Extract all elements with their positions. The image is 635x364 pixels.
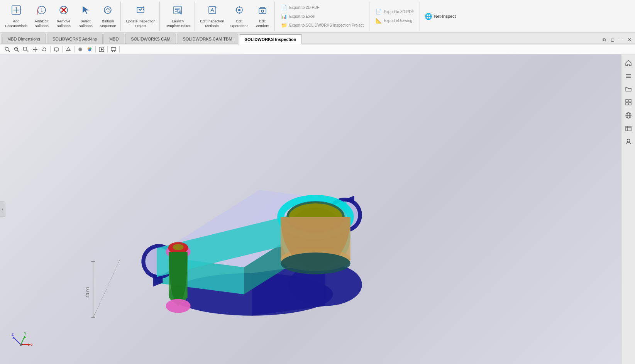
tab-solidworks-cam[interactable]: SOLIDWORKS CAM <box>125 34 176 44</box>
svg-rect-95 <box>626 103 628 105</box>
export-edrawing-item[interactable]: 📐 Export eDrawing <box>374 17 415 24</box>
export-edrawing-label: Export eDrawing <box>384 19 412 23</box>
svg-point-74 <box>166 299 191 313</box>
update-inspection-project-button[interactable]: Update Inspection Project <box>123 2 158 30</box>
edit-operations-icon <box>234 5 245 18</box>
svg-text:1: 1 <box>41 8 43 12</box>
view-separator-2 <box>62 46 63 52</box>
edit-vendors-icon <box>257 5 268 18</box>
remove-balloons-button[interactable]: Remove Balloons <box>53 2 74 30</box>
export-excel-item[interactable]: 📊 Export to Excel <box>279 13 365 20</box>
net-inspect-button[interactable]: 🌐 Net-Inspect <box>421 2 460 31</box>
template-group: Launch Template Editor <box>161 2 195 31</box>
svg-text:40.00: 40.00 <box>85 287 90 298</box>
svg-rect-94 <box>629 100 631 102</box>
view-btn-monitor[interactable] <box>109 46 118 53</box>
tab-solidworks-cam-tbm[interactable]: SOLIDWORKS CAM TBM <box>177 34 238 44</box>
left-panel-toggle[interactable]: › <box>0 201 5 217</box>
model-canvas[interactable]: 40.00 <box>0 54 635 364</box>
view-btn-search[interactable] <box>3 46 12 53</box>
svg-point-103 <box>627 139 630 142</box>
view-btn-pan[interactable] <box>31 46 39 53</box>
view-btn-display[interactable] <box>52 46 61 53</box>
view-btn-zoom-plus[interactable] <box>12 46 21 53</box>
view-btn-zoom-box[interactable] <box>22 46 30 53</box>
svg-point-17 <box>177 10 180 13</box>
export-excel-label: Export to Excel <box>289 14 315 19</box>
tab-window-controls: ⧉ ◻ — ✕ <box>600 36 635 44</box>
add-edit-balloons-icon: 1 <box>36 5 47 18</box>
svg-point-42 <box>88 49 91 51</box>
svg-rect-18 <box>209 7 216 14</box>
view-btn-perspective[interactable] <box>64 46 73 53</box>
svg-marker-35 <box>36 49 37 50</box>
tab-bar: MBD Dimensions SOLIDWORKS Add-Ins MBD SO… <box>0 33 635 44</box>
export-2d-pdf-item[interactable]: 📄 Export to 2D PDF <box>279 4 365 11</box>
rp-home-icon[interactable] <box>623 58 634 68</box>
export-right-group: 📄 Export to 3D PDF 📐 Export eDrawing <box>370 2 420 31</box>
add-edit-balloons-button[interactable]: 1 Add/Edit Balloons <box>31 2 52 30</box>
select-balloons-label: Select Balloons <box>78 19 92 28</box>
view-btn-color[interactable] <box>85 46 94 53</box>
svg-point-89 <box>20 344 22 346</box>
svg-rect-96 <box>629 103 631 105</box>
rp-table-icon[interactable] <box>623 123 634 134</box>
balloon-sequence-label: Balloon Sequence <box>100 19 116 28</box>
export-solidworks-icon: 📁 <box>281 22 287 28</box>
net-inspect-icon: 🌐 <box>425 13 432 20</box>
export-2d-pdf-icon: 📄 <box>281 5 287 10</box>
edit-vendors-button[interactable]: Edit Vendors <box>252 2 273 30</box>
add-edit-balloons-label: Add/Edit Balloons <box>34 19 48 28</box>
export-solidworks-item[interactable]: 📁 Export to SOLIDWORKS Inspection Projec… <box>279 22 365 29</box>
select-balloons-icon <box>80 5 91 18</box>
rp-globe-icon[interactable] <box>623 110 634 121</box>
add-characteristic-icon <box>11 5 22 18</box>
svg-rect-45 <box>111 47 116 51</box>
balloon-sequence-button[interactable]: 1→2 Balloon Sequence <box>97 2 119 30</box>
tab-solidworks-addins[interactable]: SOLIDWORKS Add-Ins <box>47 34 103 44</box>
svg-line-29 <box>17 50 19 52</box>
svg-text:1→2: 1→2 <box>105 10 111 13</box>
svg-marker-36 <box>42 49 44 51</box>
view-separator-5 <box>107 46 108 52</box>
restore-down-control[interactable]: ⧉ <box>600 36 608 44</box>
minimize-tab-control[interactable]: — <box>617 36 625 44</box>
tab-solidworks-inspection[interactable]: SOLIDWORKS Inspection <box>239 34 302 44</box>
export-edrawing-icon: 📐 <box>376 18 382 24</box>
export-3d-pdf-item[interactable]: 📄 Export to 3D PDF <box>374 8 415 15</box>
svg-line-80 <box>13 337 21 345</box>
axis-indicator: Z X Y <box>9 329 32 352</box>
view-separator-6 <box>119 46 120 52</box>
maximize-control[interactable]: ◻ <box>609 36 616 44</box>
view-separator-3 <box>74 46 75 52</box>
svg-marker-32 <box>35 47 36 48</box>
rp-person-icon[interactable] <box>623 136 634 147</box>
view-btn-rotate[interactable] <box>40 46 49 53</box>
3d-viewport: 40.00 Z X Y › <box>0 54 635 364</box>
svg-line-75 <box>93 259 120 317</box>
rp-grid-icon[interactable] <box>623 97 634 108</box>
svg-line-31 <box>27 50 28 52</box>
view-separator-1 <box>50 46 51 52</box>
svg-marker-33 <box>35 51 36 52</box>
edit-inspection-methods-icon <box>207 5 218 18</box>
launch-template-editor-button[interactable]: Launch Template Editor <box>162 2 193 30</box>
main-toolbar: Add Characteristic 1 Add/Edit Balloons R… <box>0 0 635 33</box>
rp-folder-icon[interactable] <box>623 84 634 95</box>
view-toolbar <box>0 44 635 54</box>
edit-inspection-methods-button[interactable]: Edit Inspection Methods <box>197 2 227 30</box>
export-3d-pdf-icon: 📄 <box>376 9 382 15</box>
svg-text:Y: Y <box>24 332 26 335</box>
tab-mbd[interactable]: MBD <box>103 34 124 44</box>
view-separator-4 <box>95 46 96 52</box>
view-btn-render[interactable] <box>97 46 106 53</box>
edit-operations-button[interactable]: Edit Operations <box>228 2 251 30</box>
remove-balloons-label: Remove Balloons <box>56 19 70 28</box>
rp-layers-icon[interactable] <box>623 71 634 81</box>
tab-mbd-dimensions[interactable]: MBD Dimensions <box>2 34 46 44</box>
svg-marker-34 <box>33 49 34 50</box>
close-tab-control[interactable]: ✕ <box>626 36 633 44</box>
view-btn-shading[interactable] <box>76 46 85 53</box>
select-balloons-button[interactable]: Select Balloons <box>75 2 96 30</box>
add-characteristic-button[interactable]: Add Characteristic <box>2 2 30 30</box>
